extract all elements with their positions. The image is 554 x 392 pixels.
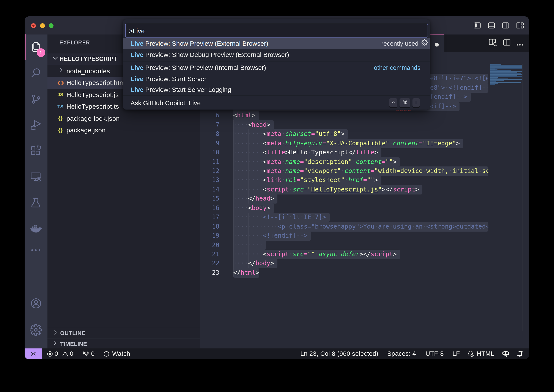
toggle-panel-icon[interactable] [488,22,495,28]
extensions-icon [30,145,42,157]
palette-item-label: Live Preview: Show Preview (Internal Bro… [130,64,266,71]
key-chip: ⌘ [399,98,410,107]
problems-status[interactable]: 0 0 [47,350,73,357]
palette-item-2[interactable]: Live Preview: Show Debug Preview (Extern… [123,49,430,60]
palette-item-6[interactable]: Ask GitHub Copilot: Live^⌘I [123,97,430,108]
key-chip: ^ [389,98,397,107]
code-line-23: </html> [233,268,259,278]
tree-item-label: HelloTypescript.html [66,79,126,86]
notification-dot [520,351,522,353]
notifications-status[interactable] [516,350,523,357]
line-number: 12 [212,167,219,176]
keybinding-chips: ^⌘I [389,98,419,107]
source-control-icon [30,93,42,105]
vscode-window: 1 EXPLORER HELLOTYPESCRIPT node_modulesH… [25,16,529,359]
ports-status[interactable]: 0 [83,350,95,357]
minimap[interactable] [490,64,522,331]
activity-bar-item-run-and-debug[interactable] [25,112,47,138]
activity-bar-item-extensions[interactable] [25,138,47,164]
palette-item-1[interactable]: Live Preview: Show Preview (External Bro… [123,38,430,49]
copilot-status[interactable] [502,350,509,357]
line-number: 22 [212,259,219,268]
remote-explorer-icon [30,171,42,183]
activity-bar-item-settings[interactable] [25,317,47,343]
toggle-primary-sidebar-icon[interactable] [474,22,481,28]
active-item-border [25,34,26,60]
activity-bar-item-testing[interactable] [25,190,47,216]
tree-item-package.json[interactable]: {}package.json [47,124,199,136]
cursor-position-status[interactable]: Ln 23, Col 8 (960 selected) [300,350,378,357]
remote-icon [30,351,36,357]
copilot-icon [502,350,509,357]
line-number: 10 [212,148,219,157]
activity-bar-item-account[interactable] [25,290,47,316]
line-number: 6 [216,111,219,120]
sidebar-title: EXPLORER [60,40,90,48]
split-editor-icon[interactable] [503,39,511,48]
code-line-14: ········<script·src="HelloTypescript.js"… [233,185,419,194]
activity-bar-item-explorer[interactable]: 1 [25,34,47,60]
palette-item-3[interactable]: Live Preview: Show Preview (Internal Bro… [123,62,430,73]
minimap-line [490,74,522,75]
run-and-debug-icon [30,119,42,131]
code-line-10: ········<title>Hello·Typescript</title> [233,148,378,157]
palette-item-meta-link[interactable]: other commands [374,64,420,71]
tree-item-package-lock.json[interactable]: {}package-lock.json [47,112,199,124]
more-icon [31,249,41,252]
eol-status[interactable]: LF [452,350,460,357]
close-button[interactable] [31,23,36,28]
minimap-line [490,83,498,84]
code-line-7: ····<head> [233,120,270,129]
watch-task-status[interactable]: Watch [104,350,130,357]
more-actions-icon[interactable] [517,39,523,47]
activity-bar-item-search[interactable] [25,60,47,86]
bell-icon [516,350,523,357]
palette-item-5[interactable]: Live Preview: Start Server Logging [123,84,430,95]
activity-badge: 1 [36,48,45,57]
palette-item-meta: recently used [381,40,419,47]
chevron-down-icon [51,55,58,63]
command-input-value: >Live [129,27,145,34]
open-preview-icon[interactable] [489,39,497,48]
line-number: 14 [212,185,219,194]
activity-bar-item-source-control[interactable] [25,86,47,112]
error-squiggle [397,109,413,111]
line-number: 18 [212,222,219,231]
account-icon [30,297,42,310]
line-number: 9 [216,139,219,148]
code-line-6: <html> [233,111,256,120]
palette-item-label: Live Preview: Start Server Logging [130,86,231,93]
remote-indicator[interactable] [25,348,42,359]
encoding-status[interactable]: UTF-8 [426,350,444,357]
timeline-section[interactable]: TIMELINE [47,338,199,349]
status-bar: 0 0 0 Watch Ln 23, Col 8 (960 selected) … [25,348,529,359]
minimap-line [490,84,495,85]
line-number: 20 [212,240,219,250]
outline-section[interactable]: OUTLINE [47,328,199,338]
line-number: 11 [212,157,219,167]
folder-section-label: HELLOTYPESCRIPT [60,56,117,62]
activity-bar-item-more[interactable] [25,237,47,263]
palette-group-separator [123,60,430,62]
configure-keybinding-gear-icon[interactable] [421,39,428,48]
indentation-status[interactable]: Spaces: 4 [387,350,416,357]
activity-bar-item-remote-explorer[interactable] [25,164,47,190]
code-line-18: ············<p·class="browsehappy">You·a… [233,222,488,231]
palette-item-4[interactable]: Live Preview: Start Server [123,73,430,84]
command-input[interactable]: >Live [125,24,428,37]
toggle-secondary-sidebar-icon[interactable] [502,22,509,28]
error-icon [47,351,53,357]
command-palette: >Live Live Preview: Show Preview (Extern… [123,19,430,109]
palette-group-separator [123,95,430,97]
minimap-line [490,67,522,68]
language-mode-status[interactable]: HTML [467,350,494,357]
minimize-button[interactable] [40,23,45,28]
key-chip: I [412,98,419,107]
code-line-16: ····<body> [233,203,270,213]
unsaved-changes-dot[interactable] [435,42,439,46]
customize-layout-icon[interactable] [517,22,524,28]
code-line-20: ········ [233,240,263,250]
palette-item-label: Live Preview: Show Debug Preview (Extern… [130,51,289,58]
tab-hellotypescript-html[interactable] [430,35,444,52]
zoom-button[interactable] [49,23,54,28]
